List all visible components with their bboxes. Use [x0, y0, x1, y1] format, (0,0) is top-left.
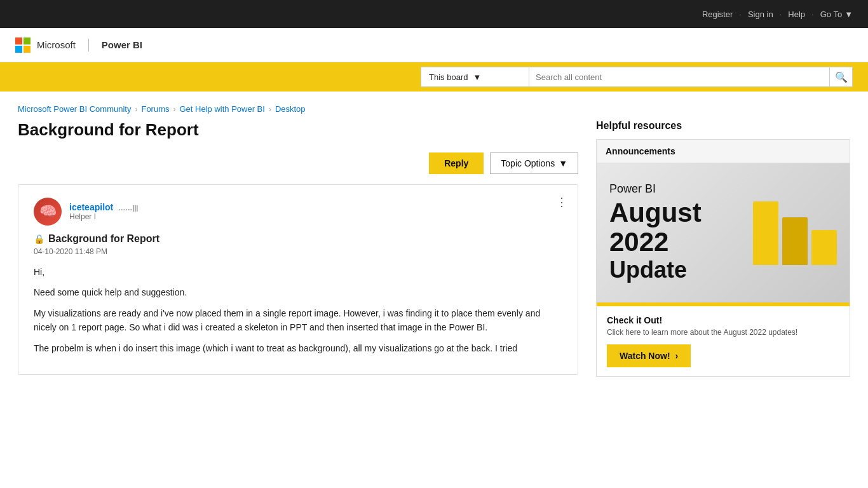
update-graphic	[753, 201, 837, 265]
announcements-card: Announcements Power BI August 2022 Updat…	[596, 139, 850, 377]
powerbi-label: Power BI	[102, 39, 142, 50]
board-select-chevron: ▼	[473, 72, 481, 82]
search-input[interactable]	[536, 72, 823, 82]
watch-now-button[interactable]: Watch Now! ›	[607, 344, 691, 367]
watch-now-arrow-icon: ›	[675, 351, 679, 361]
post-body: Hi, Need some quick help and suggestion.…	[34, 265, 562, 355]
check-it-out-desc: Click here to learn more about the Augus…	[607, 328, 839, 337]
update-banner: Power BI August 2022 Update	[597, 163, 850, 302]
breadcrumb: Microsoft Power BI Community › Forums › …	[0, 92, 868, 120]
dot3: ·	[811, 10, 814, 19]
page-title: Background for Report	[18, 120, 578, 140]
breadcrumb-forums[interactable]: Forums	[141, 104, 169, 114]
board-select-label: This board	[429, 72, 468, 82]
author-info: iceteapilot ……||| Helper I	[69, 202, 138, 221]
chevron-down-icon: ▼	[844, 10, 853, 19]
logo-sq4	[24, 46, 31, 53]
goto-label[interactable]: Go To	[820, 10, 842, 19]
post-title: 🔒 Background for Report	[34, 233, 562, 245]
logo-sq3	[15, 46, 22, 53]
search-button[interactable]: 🔍	[830, 67, 853, 87]
breadcrumb-gethelp[interactable]: Get Help with Power BI	[180, 104, 265, 114]
lock-icon: 🔒	[34, 234, 44, 244]
topic-options-button[interactable]: Topic Options ▼	[490, 152, 578, 174]
helpful-resources-title: Helpful resources	[596, 120, 850, 132]
announcements-header: Announcements	[597, 140, 850, 163]
author-name[interactable]: iceteapilot ……|||	[69, 202, 138, 212]
signin-link[interactable]: Sign in	[748, 10, 773, 19]
avatar	[34, 198, 62, 226]
breadcrumb-arrow-2: ›	[173, 105, 176, 114]
update-powerbi-label: Power BI	[609, 182, 702, 196]
search-container: This board ▼ 🔍	[421, 67, 853, 87]
logo-divider	[88, 39, 89, 51]
action-bar: Reply Topic Options ▼	[18, 152, 578, 174]
rank-icons: ……|||	[118, 204, 138, 212]
help-link[interactable]: Help	[788, 10, 805, 19]
register-link[interactable]: Register	[702, 10, 733, 19]
breadcrumb-desktop[interactable]: Desktop	[275, 104, 306, 114]
post-para-3: My visualizations are ready and i've now…	[34, 306, 562, 335]
logo-sq2	[24, 37, 31, 44]
content-area: Background for Report Reply Topic Option…	[18, 120, 578, 377]
dot1: ·	[739, 10, 742, 19]
post-para-1: Hi,	[34, 265, 562, 279]
post-author: iceteapilot ……||| Helper I	[34, 198, 562, 226]
reply-button[interactable]: Reply	[429, 152, 484, 174]
check-it-out-section: Check it Out! Click here to learn more a…	[597, 306, 850, 376]
bar-chart-bar-3	[811, 230, 837, 265]
site-header: Microsoft Power BI	[0, 28, 868, 62]
topic-options-label: Topic Options	[501, 158, 555, 168]
update-month: August	[609, 198, 702, 227]
logo-area: Microsoft Power BI	[15, 37, 142, 53]
bar-chart-bar-2	[782, 217, 808, 265]
microsoft-logo	[15, 37, 31, 53]
update-year: 2022	[609, 227, 702, 257]
board-select-dropdown[interactable]: This board ▼	[421, 67, 529, 87]
breadcrumb-arrow-1: ›	[135, 105, 137, 114]
post-para-2: Need some quick help and suggestion.	[34, 285, 562, 299]
search-icon: 🔍	[835, 71, 848, 83]
breadcrumb-arrow-3: ›	[269, 105, 271, 114]
update-label: Update	[609, 257, 702, 283]
post-para-4: The probelm is when i do insert this ima…	[34, 341, 562, 355]
goto-menu[interactable]: Go To ▼	[820, 10, 853, 19]
logo-sq1	[15, 37, 22, 44]
search-bar: This board ▼ 🔍	[0, 62, 868, 92]
breadcrumb-community[interactable]: Microsoft Power BI Community	[18, 104, 131, 114]
bar-chart-bar-1	[753, 201, 778, 265]
sidebar: Helpful resources Announcements Power BI…	[596, 120, 850, 377]
update-text: Power BI August 2022 Update	[609, 182, 702, 283]
microsoft-text: Microsoft	[37, 39, 76, 50]
post-card: ⋮ iceteapilot ……||| Helper I 🔒 Backgroun…	[18, 184, 578, 375]
post-more-menu[interactable]: ⋮	[556, 195, 567, 209]
topic-options-chevron: ▼	[559, 158, 567, 168]
author-role: Helper I	[69, 212, 138, 221]
top-navigation: Register · Sign in · Help · Go To ▼	[0, 0, 868, 28]
dot2: ·	[780, 10, 782, 19]
main-layout: Background for Report Reply Topic Option…	[0, 120, 868, 377]
watch-now-label: Watch Now!	[620, 351, 670, 361]
post-date: 04-10-2020 11:48 PM	[34, 247, 562, 256]
check-it-out-title: Check it Out!	[607, 315, 839, 325]
search-input-wrap	[529, 67, 830, 87]
